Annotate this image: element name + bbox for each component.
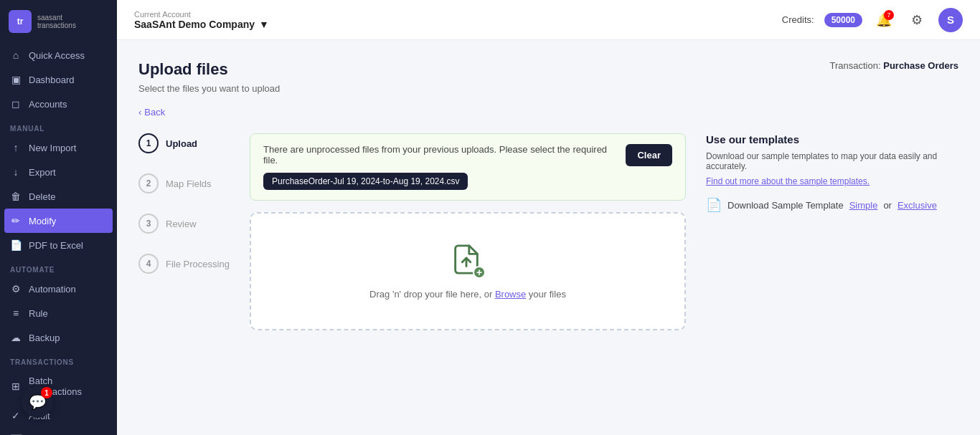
step-map-fields: 2 Map Fields bbox=[138, 173, 235, 193]
sidebar-item-automation[interactable]: ⚙ Automation bbox=[0, 277, 117, 301]
rule-icon: ≡ bbox=[10, 307, 22, 319]
pdf-icon: 📄 bbox=[10, 239, 22, 251]
dashboard-icon: ▣ bbox=[10, 74, 22, 85]
step-label-upload: Upload bbox=[166, 138, 197, 149]
section-automate: AUTOMATE bbox=[0, 257, 117, 277]
automation-icon: ⚙ bbox=[10, 283, 22, 295]
topbar: Current Account SaaSAnt Demo Company ▼ C… bbox=[117, 0, 980, 40]
batch-icon: ⊞ bbox=[10, 381, 22, 392]
settings-button[interactable]: ⚙ bbox=[905, 9, 928, 32]
step-circle-2: 2 bbox=[138, 173, 159, 193]
file-icon: 📄 bbox=[706, 197, 722, 213]
credits-label: Credits: bbox=[782, 14, 814, 25]
sidebar-item-accounts[interactable]: ◻ Accounts bbox=[0, 92, 117, 116]
chat-bubble[interactable]: 💬 1 bbox=[22, 386, 53, 418]
sidebar-label-dashboard: Dashboard bbox=[29, 75, 75, 85]
sidebar-item-audit[interactable]: ✓ Audit bbox=[0, 403, 117, 428]
gear-icon: ⚙ bbox=[911, 12, 923, 28]
section-transactions: TRANSACTIONS bbox=[0, 350, 117, 369]
sidebar-item-batch-transactions[interactable]: ⊞ Batch Transactions bbox=[0, 369, 117, 403]
accounts-icon: ◻ bbox=[10, 98, 22, 110]
content-area: 1 Upload 2 Map Fields 3 Review 4 File Pr… bbox=[138, 133, 958, 330]
modify-icon: ✏ bbox=[10, 215, 22, 226]
back-label: Back bbox=[144, 107, 165, 118]
page-header: Upload files Transaction: Purchase Order… bbox=[138, 60, 958, 79]
templates-title: Use our templates bbox=[706, 133, 958, 145]
banner-message: There are unprocessed files from your pr… bbox=[263, 144, 617, 166]
sidebar-label-delete: Delete bbox=[29, 191, 56, 202]
audit-icon: ✓ bbox=[10, 410, 22, 421]
page-subtitle: Select the files you want to upload bbox=[138, 83, 958, 94]
sidebar-item-delete[interactable]: 🗑 Delete bbox=[0, 184, 117, 209]
account-label: Current Account bbox=[134, 10, 269, 19]
page-title: Upload files bbox=[138, 60, 228, 79]
transaction-label: Transaction: Purchase Orders bbox=[830, 60, 958, 71]
credits-value: 50000 bbox=[824, 13, 862, 27]
sidebar-label-new-import: New Import bbox=[29, 143, 76, 153]
backup-icon: ☁ bbox=[10, 332, 22, 343]
transaction-type: Purchase Orders bbox=[883, 60, 958, 71]
notification-button[interactable]: 🔔 7 bbox=[872, 9, 895, 32]
section-manual: MANUAL bbox=[0, 116, 117, 135]
upload-column: There are unprocessed files from your pr… bbox=[250, 133, 686, 330]
sidebar-label-quick-access: Quick Access bbox=[29, 50, 85, 61]
sidebar-item-rule[interactable]: ≡ Rule bbox=[0, 301, 117, 325]
templates-link[interactable]: Find out more about the sample templates… bbox=[706, 176, 870, 186]
back-button[interactable]: ‹ Back bbox=[138, 107, 958, 118]
account-name-dropdown[interactable]: SaaSAnt Demo Company ▼ bbox=[134, 19, 269, 30]
import-icon: ↑ bbox=[10, 142, 22, 153]
sidebar-item-export[interactable]: ↓ Export bbox=[0, 160, 117, 184]
chat-badge: 1 bbox=[41, 387, 52, 398]
delete-icon: 🗑 bbox=[10, 191, 22, 202]
page-body: Upload files Transaction: Purchase Order… bbox=[117, 40, 980, 435]
avatar[interactable]: S bbox=[938, 8, 963, 32]
sidebar-item-insights[interactable]: 📊 Insights bbox=[0, 428, 117, 435]
sidebar-label-pdf-to-excel: PDF to Excel bbox=[29, 240, 83, 251]
dropdown-icon: ▼ bbox=[259, 19, 269, 30]
download-label: Download Sample Template bbox=[727, 200, 844, 211]
templates-description: Download our sample templates to map you… bbox=[706, 151, 958, 171]
simple-template-link[interactable]: Simple bbox=[849, 200, 878, 211]
step-circle-4: 4 bbox=[138, 254, 159, 274]
sidebar: tr saasant transactions ⌂ Quick Access ▣… bbox=[0, 0, 117, 435]
logo: tr saasant transactions bbox=[0, 0, 117, 43]
sidebar-item-quick-access[interactable]: ⌂ Quick Access bbox=[0, 43, 117, 67]
steps-column: 1 Upload 2 Map Fields 3 Review 4 File Pr… bbox=[138, 133, 250, 330]
sidebar-label-export: Export bbox=[29, 167, 56, 178]
plus-icon: + bbox=[473, 266, 486, 279]
account-name: SaaSAnt Demo Company bbox=[134, 19, 255, 30]
sidebar-item-pdf-to-excel[interactable]: 📄 PDF to Excel bbox=[0, 233, 117, 257]
clear-button[interactable]: Clear bbox=[626, 144, 672, 166]
step-label-review: Review bbox=[166, 219, 197, 229]
dropzone-instruction-end: your files bbox=[526, 289, 566, 300]
step-review: 3 Review bbox=[138, 214, 235, 234]
dropzone-instruction: Drag 'n' drop your file here, or bbox=[369, 289, 495, 300]
step-file-processing: 4 File Processing bbox=[138, 254, 235, 274]
file-dropzone[interactable]: + Drag 'n' drop your file here, or Brows… bbox=[250, 212, 686, 330]
back-chevron-icon: ‹ bbox=[138, 107, 141, 118]
or-separator: or bbox=[883, 200, 892, 211]
app-name: saasant transactions bbox=[37, 14, 76, 29]
step-label-map-fields: Map Fields bbox=[166, 178, 212, 189]
step-circle-3: 3 bbox=[138, 214, 159, 234]
sidebar-item-modify[interactable]: ✏ Modify bbox=[4, 209, 113, 233]
notification-badge: 7 bbox=[884, 10, 894, 20]
sidebar-item-backup[interactable]: ☁ Backup bbox=[0, 325, 117, 350]
step-label-file-processing: File Processing bbox=[166, 259, 230, 269]
step-circle-1: 1 bbox=[138, 133, 159, 153]
logo-icon: tr bbox=[9, 10, 32, 33]
sidebar-label-accounts: Accounts bbox=[29, 99, 67, 110]
file-chip[interactable]: PurchaseOrder-Jul 19, 2024-to-Aug 19, 20… bbox=[263, 173, 468, 190]
sidebar-label-automation: Automation bbox=[29, 284, 76, 295]
browse-link[interactable]: Browse bbox=[495, 289, 526, 300]
template-download-row: 📄 Download Sample Template Simple or Exc… bbox=[706, 197, 958, 213]
unprocessed-files-banner: There are unprocessed files from your pr… bbox=[250, 133, 686, 201]
exclusive-template-link[interactable]: Exclusive bbox=[897, 200, 937, 211]
sidebar-label-modify: Modify bbox=[29, 216, 56, 226]
sidebar-item-dashboard[interactable]: ▣ Dashboard bbox=[0, 67, 117, 92]
sidebar-item-new-import[interactable]: ↑ New Import bbox=[0, 135, 117, 160]
upload-icon-wrap: + bbox=[450, 243, 486, 279]
export-icon: ↓ bbox=[10, 166, 22, 178]
home-icon: ⌂ bbox=[10, 49, 22, 61]
step-upload: 1 Upload bbox=[138, 133, 235, 153]
